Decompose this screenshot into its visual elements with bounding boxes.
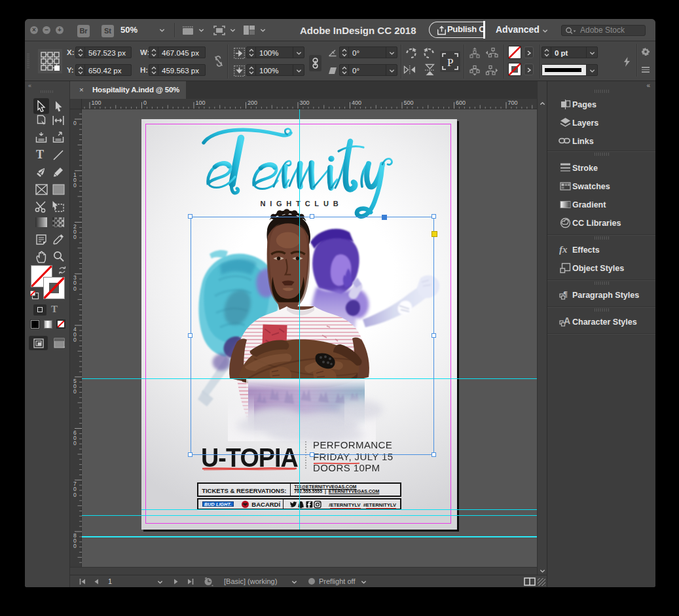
svg-text:100: 100 bbox=[92, 100, 101, 106]
svg-text:0: 0 bbox=[73, 543, 77, 549]
svg-text:100: 100 bbox=[196, 100, 206, 106]
svg-text:700: 700 bbox=[508, 100, 518, 106]
svg-text:600: 600 bbox=[456, 100, 466, 106]
svg-text:200: 200 bbox=[248, 100, 257, 106]
svg-text:0: 0 bbox=[73, 492, 77, 498]
svg-text:fx: fx bbox=[559, 244, 568, 255]
svg-text:0: 0 bbox=[73, 440, 77, 446]
svg-text:T: T bbox=[36, 149, 44, 161]
svg-text:0: 0 bbox=[73, 120, 77, 126]
svg-text:0: 0 bbox=[143, 100, 147, 106]
svg-text:0: 0 bbox=[73, 182, 77, 189]
svg-text:0: 0 bbox=[73, 336, 77, 343]
svg-text:P: P bbox=[447, 56, 453, 69]
svg-text:0: 0 bbox=[73, 285, 77, 292]
svg-text:500: 500 bbox=[404, 100, 414, 106]
svg-text:0: 0 bbox=[73, 388, 77, 395]
svg-text:400: 400 bbox=[352, 100, 361, 106]
svg-text:0: 0 bbox=[73, 234, 77, 240]
svg-text:300: 300 bbox=[300, 100, 310, 106]
